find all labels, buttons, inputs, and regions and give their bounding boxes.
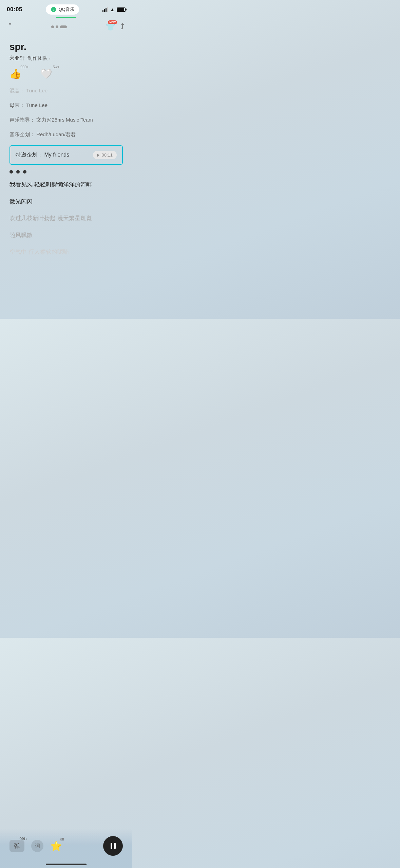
highlight-text: 特邀企划： My friends xyxy=(16,151,69,159)
production-team-label: 制作团队 xyxy=(27,55,48,61)
share-button[interactable]: ⤴ xyxy=(120,22,124,31)
app-indicator: ♪ QQ音乐 xyxy=(46,4,79,15)
like-button[interactable]: 999+ 👍 xyxy=(9,68,21,79)
nav-dot-1 xyxy=(51,25,54,28)
play-triangle-icon xyxy=(97,153,99,157)
top-nav: ˅ 👕 NEW ⤴ xyxy=(0,19,132,35)
nav-dot-3 xyxy=(60,25,67,28)
collapse-button[interactable]: ˅ xyxy=(8,22,12,31)
new-badge: NEW xyxy=(108,20,117,24)
status-icons: ▲ xyxy=(102,7,126,12)
nav-dots xyxy=(51,25,67,28)
vocal-value: 文力@25hrs Music Team xyxy=(36,117,93,123)
artist-name[interactable]: 宋亚轩 xyxy=(9,55,25,61)
song-artist: 宋亚轩 制作团队 › xyxy=(9,55,123,61)
lyric-line-3: 吹过几枝新叶扬起 漫天繁星斑斑 xyxy=(9,214,123,223)
lyric-line-2: 微光闪闪 xyxy=(9,197,123,206)
signal-icon xyxy=(102,7,108,12)
dots-row xyxy=(0,170,132,174)
vocal-label: 声乐指导： xyxy=(9,117,35,123)
credit-line-3: 声乐指导： 文力@25hrs Music Team xyxy=(9,116,123,123)
mix-value: Tune Lee xyxy=(26,88,47,93)
svg-text:♪: ♪ xyxy=(53,8,54,11)
master-label: 母带： xyxy=(9,102,25,108)
favorite-count: 5w+ xyxy=(53,65,60,69)
lyric-line-1: 我看见风 轻轻叫醒懒洋洋的河畔 xyxy=(9,180,123,189)
credit-line-1: 混音： Tune Lee xyxy=(9,87,123,94)
highlight-box: 特邀企划： My friends 00:11 xyxy=(9,145,123,165)
song-title: spr. xyxy=(9,41,123,52)
wifi-icon: ▲ xyxy=(110,7,115,12)
special-plan-value: My friends xyxy=(44,152,69,158)
song-info: spr. 宋亚轩 制作团队 › xyxy=(0,35,132,65)
status-time: 00:05 xyxy=(7,6,22,13)
master-value: Tune Lee xyxy=(26,102,47,108)
nav-dot-2 xyxy=(56,25,58,28)
battery-icon xyxy=(117,7,126,12)
qq-music-logo: ♪ xyxy=(51,6,57,13)
heart-icon: 🤍 xyxy=(40,68,52,79)
special-plan-label: 特邀企划： xyxy=(16,152,43,158)
production-team[interactable]: 制作团队 › xyxy=(27,55,50,61)
music-plan-value: Redh/Ludan/君君 xyxy=(36,131,76,137)
mix-label: 混音： xyxy=(9,88,25,93)
lyrics-section: 我看见风 轻轻叫醒懒洋洋的河畔 微光闪闪 吹过几枝新叶扬起 漫天繁星斑斑 随风飘… xyxy=(0,180,132,319)
lyric-line-4: 随风飘散 xyxy=(9,231,123,240)
credit-line-4: 音乐企划： Redh/Ludan/君君 xyxy=(9,131,123,138)
music-plan-label: 音乐企划： xyxy=(9,131,35,137)
dot-2 xyxy=(16,170,20,174)
chevron-right-icon: › xyxy=(49,56,50,61)
green-progress-line xyxy=(56,17,76,18)
favorite-button[interactable]: 5w+ 🤍 xyxy=(40,68,52,79)
play-time-button[interactable]: 00:11 xyxy=(93,151,117,159)
nav-right: 👕 NEW ⤴ xyxy=(106,22,124,31)
play-time-label: 00:11 xyxy=(101,152,113,158)
dot-3 xyxy=(23,170,26,174)
like-count: 999+ xyxy=(20,65,29,69)
credit-line-2: 母带： Tune Lee xyxy=(9,102,123,109)
shirt-button[interactable]: 👕 NEW xyxy=(106,22,115,31)
lyric-line-5: 空气中 行人柔软的呢喃 xyxy=(9,248,123,256)
thumbs-up-icon: 👍 xyxy=(9,68,21,79)
credits-section: 混音： Tune Lee 母带： Tune Lee 声乐指导： 文力@25hrs… xyxy=(0,83,132,138)
dot-1 xyxy=(9,170,13,174)
app-name: QQ音乐 xyxy=(59,6,74,13)
status-bar: 00:05 ♪ QQ音乐 ▲ xyxy=(0,0,132,17)
